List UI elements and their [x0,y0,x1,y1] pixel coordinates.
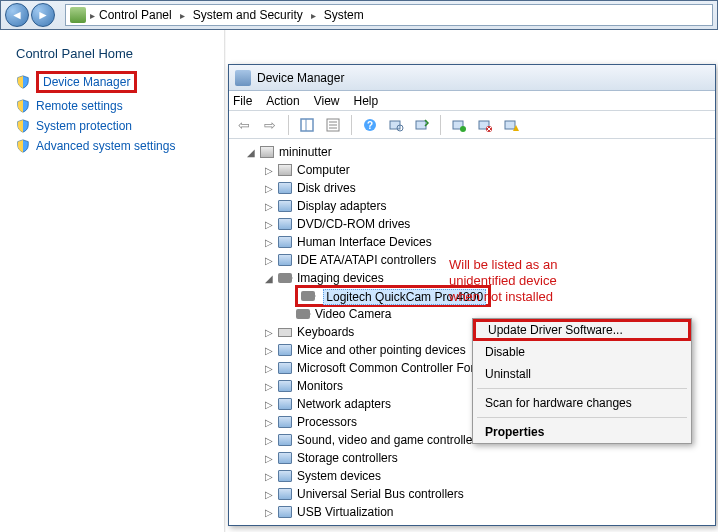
device-manager-title-text: Device Manager [257,71,344,85]
menu-action[interactable]: Action [266,94,299,108]
camera-icon [300,288,316,304]
svg-rect-10 [416,121,426,129]
expand-icon[interactable]: ▷ [263,201,275,212]
shield-icon [16,139,30,153]
svg-point-12 [460,126,466,132]
breadcrumb-control-panel[interactable]: Control Panel [99,8,172,22]
tree-category-system[interactable]: ▷System devices [237,467,715,485]
device-category-icon [277,342,293,358]
sidebar-link-remote-settings[interactable]: Remote settings [16,99,214,113]
tree-label: Video Camera [315,307,392,321]
highlight-box: Device Manager [36,71,137,93]
expand-icon[interactable]: ▷ [263,435,275,446]
toolbar-back-button[interactable]: ⇦ [233,114,255,136]
ctx-update-driver[interactable]: Update Driver Software... [473,319,691,341]
tree-label: USB Virtualization [297,505,394,519]
device-category-icon [277,396,293,412]
tree-category-display-adapters[interactable]: ▷Display adapters [237,197,715,215]
explorer-titlebar: ◄ ► ▸ Control Panel ▸ System and Securit… [0,0,718,30]
expand-icon[interactable]: ▷ [263,471,275,482]
toolbar-scan-button[interactable] [385,114,407,136]
ctx-disable[interactable]: Disable [473,341,691,363]
device-category-icon [277,252,293,268]
ctx-properties[interactable]: Properties [473,421,691,443]
breadcrumb-bar[interactable]: ▸ Control Panel ▸ System and Security ▸ … [65,4,713,26]
tree-label: Keyboards [297,325,354,339]
device-manager-window: Device Manager File Action View Help ⇦ ⇨… [228,64,716,526]
toolbar-update-button[interactable] [411,114,433,136]
tree-category-usb[interactable]: ▷Universal Serial Bus controllers [237,485,715,503]
expand-icon[interactable]: ▷ [263,399,275,410]
toolbar-enable-button[interactable] [448,114,470,136]
expand-icon[interactable]: ▷ [263,453,275,464]
camera-icon [277,270,293,286]
menu-file[interactable]: File [233,94,252,108]
nav-forward-button[interactable]: ► [31,3,55,27]
expand-icon[interactable]: ▷ [263,345,275,356]
tree-label: Mice and other pointing devices [297,343,466,357]
device-category-icon [277,378,293,394]
keyboard-icon [277,324,293,340]
toolbar-show-hide-button[interactable] [296,114,318,136]
ctx-uninstall[interactable]: Uninstall [473,363,691,385]
advanced-settings-link-text: Advanced system settings [36,139,175,153]
remote-settings-link-text: Remote settings [36,99,123,113]
tree-category-disk-drives[interactable]: ▷Disk drives [237,179,715,197]
breadcrumb-system-security[interactable]: System and Security [193,8,303,22]
device-category-icon [277,414,293,430]
toolbar-disable-button[interactable] [500,114,522,136]
expand-icon[interactable]: ▷ [263,417,275,428]
toolbar-forward-button[interactable]: ⇨ [259,114,281,136]
collapse-icon[interactable]: ◢ [263,273,275,284]
chevron-right-icon: ▸ [90,10,95,21]
sidebar-link-system-protection[interactable]: System protection [16,119,214,133]
expand-icon[interactable]: ▷ [263,327,275,338]
computer-icon [259,144,275,160]
collapse-icon[interactable]: ◢ [245,147,257,158]
tree-label: Network adapters [297,397,391,411]
expand-icon[interactable]: ▷ [263,183,275,194]
tree-category-hid[interactable]: ▷Human Interface Devices [237,233,715,251]
expand-icon[interactable]: ▷ [263,489,275,500]
tree-label: Microsoft Common Controller For Windows … [297,361,487,375]
expand-icon[interactable]: ▷ [263,237,275,248]
tree-category-computer[interactable]: ▷Computer [237,161,715,179]
expand-icon[interactable]: ▷ [263,219,275,230]
toolbar-uninstall-button[interactable] [474,114,496,136]
svg-text:?: ? [367,120,373,131]
chevron-right-icon: ▸ [311,10,316,21]
control-panel-icon [70,7,86,23]
device-category-icon [277,180,293,196]
nav-back-button[interactable]: ◄ [5,3,29,27]
control-panel-sidebar: Control Panel Home Device Manager Remote… [0,30,224,532]
shield-icon [16,119,30,133]
tree-label: Display adapters [297,199,386,213]
device-manager-toolbar: ⇦ ⇨ ? [229,111,715,139]
toolbar-help-button[interactable]: ? [359,114,381,136]
menu-view[interactable]: View [314,94,340,108]
system-protection-link-text: System protection [36,119,132,133]
expand-icon[interactable]: ▷ [263,255,275,266]
device-manager-titlebar[interactable]: Device Manager [229,65,715,91]
expand-icon[interactable]: ▷ [263,165,275,176]
menu-help[interactable]: Help [354,94,379,108]
tree-label: System devices [297,469,381,483]
svg-rect-0 [301,119,313,131]
tree-root[interactable]: ◢ mininutter [237,143,715,161]
tree-category-storage[interactable]: ▷Storage controllers [237,449,715,467]
tree-label: Human Interface Devices [297,235,432,249]
sidebar-link-device-manager[interactable]: Device Manager [16,71,214,93]
sidebar-link-advanced-settings[interactable]: Advanced system settings [16,139,214,153]
tree-label: Imaging devices [297,271,384,285]
context-menu: Update Driver Software... Disable Uninst… [472,318,692,444]
expand-icon[interactable]: ▷ [263,507,275,518]
ctx-scan-hardware[interactable]: Scan for hardware changes [473,392,691,414]
control-panel-home-link[interactable]: Control Panel Home [16,46,214,61]
tree-category-usb-virt[interactable]: ▷USB Virtualization [237,503,715,521]
breadcrumb-system[interactable]: System [324,8,364,22]
tree-category-dvd-cdrom[interactable]: ▷DVD/CD-ROM drives [237,215,715,233]
toolbar-properties-button[interactable] [322,114,344,136]
expand-icon[interactable]: ▷ [263,363,275,374]
device-category-icon [277,216,293,232]
expand-icon[interactable]: ▷ [263,381,275,392]
